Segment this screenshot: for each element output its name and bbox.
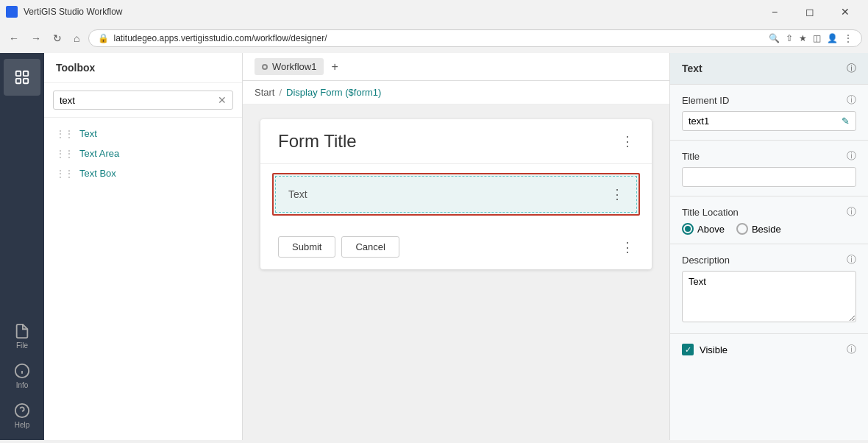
- right-panel: Text ⓘ Element ID ⓘ ✎ Title ⓘ: [669, 53, 868, 440]
- address-bar: ← → ↻ ⌂ 🔒 latitudegeo.apps.vertigisstudi…: [0, 24, 868, 53]
- sidebar-item-main[interactable]: [4, 59, 40, 96]
- visible-row: Visible ⓘ: [670, 334, 868, 365]
- add-workflow-button[interactable]: +: [327, 59, 342, 75]
- form-text-element[interactable]: Text ⋮: [272, 173, 640, 216]
- radio-beside[interactable]: Beside: [736, 223, 781, 235]
- profile-icon[interactable]: 👤: [827, 33, 838, 43]
- refresh-button[interactable]: ↻: [50, 29, 65, 47]
- description-help-icon[interactable]: ⓘ: [847, 253, 856, 266]
- sidebar-item-help[interactable]: Help: [4, 397, 40, 434]
- description-label: Description: [682, 255, 730, 266]
- element-id-input-wrap[interactable]: ✎: [682, 111, 856, 131]
- element-id-section: Element ID ⓘ ✎: [670, 85, 868, 141]
- workflow-tabs: Workflow1 +: [243, 53, 669, 81]
- breadcrumb-current: Display Form ($form1): [286, 87, 381, 98]
- back-button[interactable]: ←: [6, 29, 22, 47]
- lock-icon: 🔒: [98, 33, 109, 43]
- panel-help-icon[interactable]: ⓘ: [847, 62, 856, 75]
- visible-checkbox[interactable]: [682, 344, 694, 355]
- svg-rect-1: [24, 71, 28, 76]
- file-icon: [14, 323, 30, 339]
- toolbox-item-text-label: Text: [79, 128, 97, 139]
- bookmark-icon[interactable]: ★: [799, 33, 807, 43]
- breadcrumb-start[interactable]: Start: [255, 87, 274, 98]
- right-panel-header: Text ⓘ: [670, 53, 868, 85]
- cancel-button[interactable]: Cancel: [341, 236, 399, 258]
- form-canvas: Form Title ⋮ Text ⋮ Submit Cancel: [243, 104, 669, 440]
- title-location-radio-group: Above Beside: [682, 223, 856, 235]
- visible-label: Visible: [700, 344, 728, 355]
- title-field-label: Title: [682, 151, 700, 162]
- form-element-text-label: Text: [288, 188, 307, 200]
- window-controls: − ◻ ✕: [758, 1, 862, 23]
- minimize-button[interactable]: −: [758, 1, 791, 23]
- search-input[interactable]: [60, 95, 218, 106]
- app-layout: File Info Help Toolbox ✕: [0, 53, 868, 440]
- form-title-row: Form Title ⋮: [260, 119, 652, 164]
- url-bar[interactable]: 🔒 latitudegeo.apps.vertigisstudio.com/wo…: [88, 29, 862, 47]
- title-bar-left: VertiGIS Studio Workflow: [6, 6, 123, 18]
- title-help-icon[interactable]: ⓘ: [847, 149, 856, 163]
- menu-icon[interactable]: ⋮: [844, 33, 853, 43]
- close-button[interactable]: ✕: [828, 1, 862, 23]
- url-text: latitudegeo.apps.vertigisstudio.com/work…: [113, 33, 327, 43]
- toolbox-item-textarea-label: Text Area: [79, 148, 119, 159]
- title-label-row: Title ⓘ: [682, 149, 856, 163]
- form-element-inner: Text ⋮: [274, 174, 638, 214]
- submit-button[interactable]: Submit: [278, 236, 335, 258]
- toolbox-item-textbox[interactable]: ⋮⋮ Text Box: [44, 163, 242, 183]
- workflow-tab-dot: [262, 64, 268, 70]
- forward-button[interactable]: →: [28, 29, 44, 47]
- toolbox-item-textarea[interactable]: ⋮⋮ Text Area: [44, 143, 242, 163]
- title-location-help-icon[interactable]: ⓘ: [847, 205, 856, 219]
- element-id-help-icon[interactable]: ⓘ: [847, 93, 856, 107]
- form-title: Form Title: [278, 131, 357, 152]
- info-label: Info: [16, 381, 29, 389]
- workflow-tab-0[interactable]: Workflow1: [255, 58, 324, 75]
- file-label: File: [16, 341, 28, 350]
- help-label: Help: [15, 421, 30, 429]
- maximize-button[interactable]: ◻: [793, 1, 827, 23]
- drag-handle-textarea: ⋮⋮: [56, 149, 74, 159]
- left-sidebar: File Info Help: [0, 53, 44, 440]
- title-input-wrap[interactable]: [682, 167, 856, 187]
- element-more-button[interactable]: ⋮: [611, 186, 624, 202]
- form-title-more-button[interactable]: ⋮: [621, 133, 634, 149]
- radio-beside-label: Beside: [752, 224, 781, 235]
- url-actions: 🔍 ⇧ ★ ◫ 👤 ⋮: [769, 33, 853, 43]
- title-location-label: Title Location: [682, 207, 739, 218]
- title-bar-label: VertiGIS Studio Workflow: [24, 7, 123, 17]
- svg-rect-3: [24, 79, 28, 83]
- buttons-more-button[interactable]: ⋮: [621, 239, 634, 255]
- title-bar: VertiGIS Studio Workflow − ◻ ✕: [0, 0, 868, 24]
- toolbox-items: ⋮⋮ Text ⋮⋮ Text Area ⋮⋮ Text Box: [44, 118, 242, 189]
- search-wrap[interactable]: ✕: [53, 91, 233, 110]
- element-id-edit-icon[interactable]: ✎: [842, 116, 850, 127]
- toolbox-item-text[interactable]: ⋮⋮ Text: [44, 124, 242, 143]
- sidebar-item-file[interactable]: File: [4, 318, 40, 355]
- search-icon[interactable]: 🔍: [769, 33, 780, 43]
- svg-rect-0: [16, 71, 21, 76]
- search-clear-icon[interactable]: ✕: [218, 94, 227, 106]
- form-buttons: Submit Cancel: [278, 236, 399, 258]
- element-id-label-row: Element ID ⓘ: [682, 93, 856, 107]
- element-id-input[interactable]: [689, 116, 842, 127]
- title-input[interactable]: [689, 171, 850, 182]
- workflow-tab-label: Workflow1: [272, 61, 316, 72]
- radio-above[interactable]: Above: [682, 223, 725, 235]
- split-screen-icon[interactable]: ◫: [813, 33, 821, 43]
- drag-handle-textbox: ⋮⋮: [56, 169, 74, 179]
- share-icon[interactable]: ⇧: [786, 33, 793, 43]
- svg-rect-2: [16, 79, 21, 83]
- toolbox-search: ✕: [44, 83, 242, 118]
- title-location-section: Title Location ⓘ Above Beside: [670, 196, 868, 244]
- description-textarea[interactable]: Text: [682, 271, 856, 322]
- home-button[interactable]: ⌂: [71, 29, 82, 47]
- toolbox-panel: Toolbox ✕ ⋮⋮ Text ⋮⋮ Text Area ⋮⋮ Text B…: [44, 53, 243, 440]
- visible-help-icon[interactable]: ⓘ: [847, 343, 856, 356]
- workflow-icon: [14, 69, 30, 85]
- radio-above-circle: [682, 223, 694, 235]
- toolbox-item-textbox-label: Text Box: [79, 168, 116, 179]
- sidebar-item-info[interactable]: Info: [4, 358, 40, 394]
- form-card: Form Title ⋮ Text ⋮ Submit Cancel: [260, 119, 652, 269]
